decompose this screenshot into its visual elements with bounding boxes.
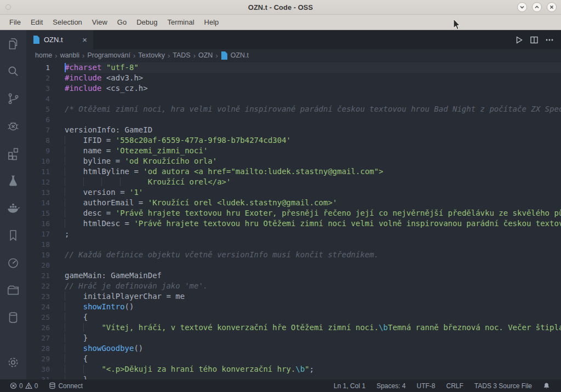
line-number[interactable]: 31	[26, 374, 65, 379]
code-line-29[interactable]: 29 {	[26, 354, 561, 364]
code-line-12[interactable]: 12 Kroužící orel</a>'	[26, 177, 561, 187]
titlebar[interactable]: OZN.t - Code - OSS	[0, 0, 561, 15]
line-number[interactable]: 29	[26, 354, 65, 364]
settings-gear-icon[interactable]	[0, 349, 26, 376]
extensions-icon[interactable]	[0, 140, 26, 167]
line-number[interactable]: 4	[26, 94, 65, 104]
menu-file[interactable]: File	[4, 16, 26, 28]
line-number[interactable]: 2	[26, 73, 65, 83]
dial-icon[interactable]	[0, 249, 26, 276]
line-number[interactable]: 25	[26, 312, 65, 322]
line-number[interactable]: 11	[26, 166, 65, 177]
line-number[interactable]: 19	[26, 250, 65, 260]
line-number[interactable]: 23	[26, 291, 65, 302]
line-number[interactable]: 17	[26, 229, 65, 239]
code-line-21[interactable]: 21gameMain: GameMainDef	[26, 270, 561, 281]
line-number[interactable]: 6	[26, 114, 65, 125]
line-number[interactable]: 9	[26, 146, 65, 156]
code-line-13[interactable]: 13 version = '1'	[26, 187, 561, 198]
breadcrumb-item-textovky[interactable]: Textovky	[138, 51, 165, 59]
minimize-button[interactable]	[517, 2, 527, 12]
line-number[interactable]: 14	[26, 198, 65, 208]
menu-terminal[interactable]: Terminal	[162, 16, 199, 28]
test-beaker-icon[interactable]	[0, 167, 26, 194]
breadcrumb-item-ozn-t[interactable]: OZN.t	[221, 51, 249, 60]
source-control-icon[interactable]	[0, 85, 26, 112]
close-button[interactable]	[547, 2, 557, 12]
code-line-19[interactable]: 19// Každá definice objektu včetně versi…	[26, 250, 561, 260]
editor[interactable]: 1#charset "utf-8"2#include <adv3.h>3#inc…	[26, 61, 561, 379]
line-number[interactable]: 7	[26, 125, 65, 135]
line-number[interactable]: 20	[26, 260, 65, 270]
line-number[interactable]: 26	[26, 322, 65, 333]
line-number[interactable]: 1	[26, 62, 65, 73]
code-line-6[interactable]: 6	[26, 114, 561, 125]
line-number[interactable]: 15	[26, 208, 65, 218]
menu-debug[interactable]: Debug	[131, 16, 162, 28]
code-line-15[interactable]: 15 desc = 'Právě hrajete textovou hru Ex…	[26, 208, 561, 218]
code-line-3[interactable]: 3#include <cs_cz.h>	[26, 83, 561, 94]
line-number[interactable]: 21	[26, 270, 65, 281]
split-editor-icon[interactable]	[529, 35, 539, 45]
tab-close-icon[interactable]: ×	[81, 35, 89, 44]
code-line-31[interactable]: 31 }	[26, 374, 561, 379]
run-icon[interactable]	[514, 35, 524, 45]
menu-go[interactable]: Go	[112, 16, 131, 28]
encoding-setting[interactable]: UTF-8	[411, 382, 441, 390]
code-line-26[interactable]: 26 "Vítej, hráči, v textové konverzační …	[26, 322, 561, 333]
database-icon[interactable]	[0, 304, 26, 331]
language-mode[interactable]: TADS 3 Source File	[469, 382, 537, 390]
menu-selection[interactable]: Selection	[48, 16, 87, 28]
bookmark-icon[interactable]	[0, 222, 26, 249]
menu-edit[interactable]: Edit	[26, 16, 48, 28]
menu-help[interactable]: Help	[199, 16, 224, 28]
code-line-17[interactable]: 17;	[26, 229, 561, 239]
line-number[interactable]: 27	[26, 333, 65, 343]
cursor-position[interactable]: Ln 1, Col 1	[328, 382, 371, 390]
code-line-27[interactable]: 27 }	[26, 333, 561, 343]
code-line-25[interactable]: 25 {	[26, 312, 561, 322]
code-line-10[interactable]: 10 byline = 'od Kroužícího orla'	[26, 156, 561, 166]
breadcrumb-item-programov-n-[interactable]: Programování	[87, 51, 130, 59]
code-line-20[interactable]: 20	[26, 260, 561, 270]
code-line-23[interactable]: 23 initialPlayerChar = me	[26, 291, 561, 302]
line-number[interactable]: 13	[26, 187, 65, 198]
code-line-2[interactable]: 2#include <adv3.h>	[26, 73, 561, 83]
code-line-28[interactable]: 28 showGoodbye()	[26, 343, 561, 354]
debug-icon[interactable]	[0, 112, 26, 140]
code-line-30[interactable]: 30 "<.p>Děkuji za hraní tého konverzační…	[26, 364, 561, 374]
code-line-24[interactable]: 24 showIntro()	[26, 302, 561, 312]
line-number[interactable]: 8	[26, 135, 65, 146]
line-number[interactable]: 16	[26, 218, 65, 229]
line-number[interactable]: 3	[26, 83, 65, 94]
line-number[interactable]: 30	[26, 364, 65, 374]
code-line-16[interactable]: 16 htmlDesc = 'Právě hrajete textovou hr…	[26, 218, 561, 229]
breadcrumb-item-wanbli[interactable]: wanbli	[60, 51, 79, 59]
connect-button[interactable]: Connect	[45, 379, 86, 392]
line-number[interactable]: 10	[26, 156, 65, 166]
line-number[interactable]: 28	[26, 343, 65, 354]
eol-setting[interactable]: CRLF	[441, 382, 469, 390]
search-icon[interactable]	[0, 57, 26, 85]
project-folder-icon[interactable]	[0, 276, 26, 304]
code-line-5[interactable]: 5/* Otěžemi zimní noci, hra velmi volně …	[26, 104, 561, 114]
line-number[interactable]: 24	[26, 302, 65, 312]
line-number[interactable]: 5	[26, 104, 65, 114]
code-line-7[interactable]: 7versionInfo: GameID	[26, 125, 561, 135]
code-line-8[interactable]: 8 IFID = '558c20af-6559-477a-9f98-b7b427…	[26, 135, 561, 146]
explorer-icon[interactable]	[0, 30, 26, 57]
more-actions-icon[interactable]	[545, 35, 554, 45]
code-line-18[interactable]: 18	[26, 239, 561, 250]
maximize-button[interactable]	[532, 2, 542, 12]
code-line-22[interactable]: 22// Hráč je definován jako 'me'.	[26, 281, 561, 291]
menu-view[interactable]: View	[87, 16, 112, 28]
code-line-11[interactable]: 11 htmlByline = 'od autora <a href="mail…	[26, 166, 561, 177]
indentation-setting[interactable]: Spaces: 4	[371, 382, 411, 390]
line-number[interactable]: 18	[26, 239, 65, 250]
code-line-14[interactable]: 14 authorEmail = 'Kroužící orel <ludek.s…	[26, 198, 561, 208]
code-line-4[interactable]: 4	[26, 94, 561, 104]
breadcrumb-item-home[interactable]: home	[35, 51, 52, 59]
problems-indicator[interactable]: 0 0	[7, 379, 41, 392]
code-line-9[interactable]: 9 name = 'Otezemi_zimni_noci'	[26, 146, 561, 156]
code-line-1[interactable]: 1#charset "utf-8"	[26, 62, 561, 73]
